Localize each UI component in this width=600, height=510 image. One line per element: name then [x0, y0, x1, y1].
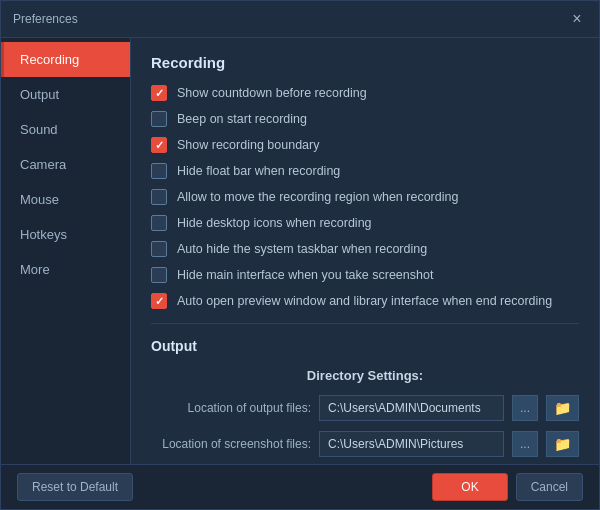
close-button[interactable]: ×	[567, 9, 587, 29]
sidebar-item-sound[interactable]: Sound	[1, 112, 130, 147]
checkbox-move-region-label: Allow to move the recording region when …	[177, 190, 458, 204]
checkbox-auto-open-label: Auto open preview window and library int…	[177, 294, 552, 308]
checkbox-float-bar-input[interactable]	[151, 163, 167, 179]
checkbox-desktop-icons-input[interactable]	[151, 215, 167, 231]
sidebar-item-mouse[interactable]: Mouse	[1, 182, 130, 217]
sidebar-item-more[interactable]: More	[1, 252, 130, 287]
preferences-dialog: Preferences × Recording Output Sound Cam…	[0, 0, 600, 510]
screenshot-files-dots-button[interactable]: ...	[512, 431, 538, 457]
checkbox-auto-open-input[interactable]	[151, 293, 167, 309]
cancel-button[interactable]: Cancel	[516, 473, 583, 501]
checkbox-desktop-icons-label: Hide desktop icons when recording	[177, 216, 372, 230]
ok-button[interactable]: OK	[432, 473, 507, 501]
checkbox-taskbar-input[interactable]	[151, 241, 167, 257]
output-section-title: Output	[151, 338, 579, 354]
checkbox-main-interface: Hide main interface when you take screen…	[151, 267, 579, 283]
checkbox-countdown: Show countdown before recording	[151, 85, 579, 101]
checkbox-boundary: Show recording boundary	[151, 137, 579, 153]
sidebar-item-camera[interactable]: Camera	[1, 147, 130, 182]
checkbox-desktop-icons: Hide desktop icons when recording	[151, 215, 579, 231]
folder-icon-2: 📁	[554, 436, 571, 452]
checkbox-beep-label: Beep on start recording	[177, 112, 307, 126]
checkbox-beep-input[interactable]	[151, 111, 167, 127]
screenshot-files-label: Location of screenshot files:	[151, 437, 311, 451]
footer: Reset to Default OK Cancel	[1, 464, 599, 509]
main-content: Recording Output Sound Camera Mouse Hotk…	[1, 38, 599, 464]
sidebar-item-hotkeys[interactable]: Hotkeys	[1, 217, 130, 252]
content-area: Recording Show countdown before recordin…	[131, 38, 599, 464]
checkbox-auto-open: Auto open preview window and library int…	[151, 293, 579, 309]
checkbox-main-interface-label: Hide main interface when you take screen…	[177, 268, 433, 282]
output-files-dots-button[interactable]: ...	[512, 395, 538, 421]
checkbox-taskbar: Auto hide the system taskbar when record…	[151, 241, 579, 257]
directory-settings-title: Directory Settings:	[151, 368, 579, 383]
footer-actions: OK Cancel	[432, 473, 583, 501]
output-files-row: Location of output files: ... 📁	[151, 395, 579, 421]
sidebar: Recording Output Sound Camera Mouse Hotk…	[1, 38, 131, 464]
reset-default-button[interactable]: Reset to Default	[17, 473, 133, 501]
checkbox-countdown-label: Show countdown before recording	[177, 86, 367, 100]
checkbox-boundary-label: Show recording boundary	[177, 138, 319, 152]
sidebar-item-recording[interactable]: Recording	[1, 42, 130, 77]
section-divider	[151, 323, 579, 324]
checkbox-move-region: Allow to move the recording region when …	[151, 189, 579, 205]
dialog-title: Preferences	[13, 12, 78, 26]
checkbox-float-bar-label: Hide float bar when recording	[177, 164, 340, 178]
screenshot-files-row: Location of screenshot files: ... 📁	[151, 431, 579, 457]
output-files-label: Location of output files:	[151, 401, 311, 415]
folder-icon: 📁	[554, 400, 571, 416]
sidebar-item-output[interactable]: Output	[1, 77, 130, 112]
checkbox-move-region-input[interactable]	[151, 189, 167, 205]
checkbox-main-interface-input[interactable]	[151, 267, 167, 283]
checkbox-boundary-input[interactable]	[151, 137, 167, 153]
title-bar: Preferences ×	[1, 1, 599, 38]
screenshot-files-input[interactable]	[319, 431, 504, 457]
checkbox-taskbar-label: Auto hide the system taskbar when record…	[177, 242, 427, 256]
recording-section-title: Recording	[151, 54, 579, 71]
checkbox-float-bar: Hide float bar when recording	[151, 163, 579, 179]
output-files-input[interactable]	[319, 395, 504, 421]
checkbox-countdown-input[interactable]	[151, 85, 167, 101]
screenshot-files-folder-button[interactable]: 📁	[546, 431, 579, 457]
output-files-folder-button[interactable]: 📁	[546, 395, 579, 421]
checkbox-beep: Beep on start recording	[151, 111, 579, 127]
